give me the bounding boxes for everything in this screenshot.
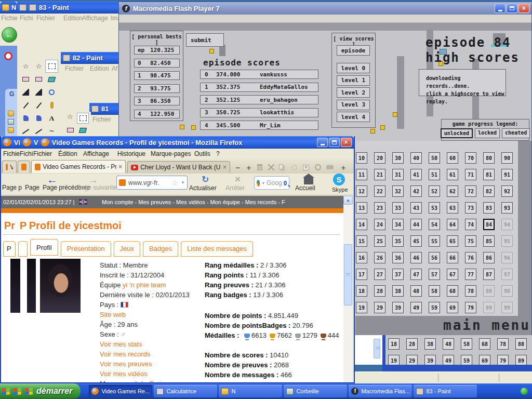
menu-item-dition[interactable]: Édition bbox=[58, 150, 77, 157]
personal-best-row[interactable]: 386.350 bbox=[134, 97, 180, 105]
episode-button-25[interactable]: 25 bbox=[374, 235, 385, 247]
view-level-0-button[interactable]: level 0 bbox=[337, 63, 370, 73]
episode-button-97[interactable]: 97 bbox=[501, 269, 513, 280]
legend-cheated-button[interactable]: cheated bbox=[502, 128, 530, 138]
start-button[interactable]: démarrer bbox=[0, 383, 81, 399]
view-level-4-button[interactable]: level 4 bbox=[337, 112, 370, 122]
sidebar-folder-icon[interactable] bbox=[8, 127, 14, 133]
plus-icon[interactable]: + bbox=[339, 164, 348, 171]
eraser-tool[interactable] bbox=[19, 73, 32, 86]
brush-tool[interactable] bbox=[45, 99, 58, 112]
airbrush-tool[interactable] bbox=[32, 112, 45, 125]
page-tab-jeux[interactable]: Jeux bbox=[114, 241, 140, 257]
freeform-select-tool[interactable] bbox=[19, 60, 32, 73]
episode-button-31[interactable]: 31 bbox=[392, 169, 404, 180]
search-box[interactable]: ▼ Goog bbox=[254, 176, 289, 190]
home-icon[interactable] bbox=[304, 178, 313, 184]
episode-button-76[interactable]: 76 bbox=[465, 252, 476, 263]
page-tab-badges[interactable]: Badges bbox=[143, 241, 178, 257]
scrollbar-thumb[interactable] bbox=[374, 339, 380, 358]
menu-item-Historique[interactable]: Historique bbox=[117, 150, 145, 157]
freeform-select-tool[interactable] bbox=[32, 60, 45, 73]
tab-fragment[interactable]: P bbox=[3, 241, 16, 257]
menu-item-Marquepages[interactable]: Marque-pages bbox=[151, 150, 191, 157]
episode-button-37[interactable]: 37 bbox=[392, 269, 404, 280]
personal-best-row[interactable]: 4122.950 bbox=[134, 110, 180, 118]
page-tab-liste-des-messages[interactable]: Liste des messages bbox=[181, 241, 253, 257]
taskbar-button-n[interactable]: N bbox=[219, 385, 282, 397]
menu-item-Fichie[interactable]: Fichie bbox=[3, 150, 20, 157]
tab-cher-lloyd[interactable]: Cher Lloyd - Want U Back (U... bbox=[127, 161, 230, 173]
episode-button-17[interactable]: 17 bbox=[356, 269, 367, 280]
maximize-button[interactable] bbox=[329, 138, 340, 147]
rect-select-tool[interactable] bbox=[45, 60, 58, 73]
menu-item-Fichier[interactable]: Fichier bbox=[33, 150, 52, 157]
eraser-icon[interactable] bbox=[67, 128, 74, 132]
episode-button-91[interactable]: 91 bbox=[501, 169, 513, 180]
episode-button-14[interactable]: 14 bbox=[356, 219, 367, 230]
pencil-tool[interactable] bbox=[19, 99, 32, 112]
paint81-titlebar[interactable]: 81 bbox=[89, 103, 118, 115]
episode-button-68[interactable]: 68 bbox=[447, 285, 458, 297]
personal-best-row[interactable]: ep120.325 bbox=[134, 46, 180, 55]
eyedropper-tool[interactable] bbox=[32, 86, 45, 99]
episode-button-81[interactable]: 81 bbox=[483, 169, 495, 180]
episode-button-38[interactable]: 38 bbox=[392, 285, 404, 297]
copy-icon[interactable] bbox=[278, 164, 287, 171]
episode-button-60[interactable]: 60 bbox=[447, 152, 458, 164]
episode-button-67[interactable]: 67 bbox=[447, 269, 458, 280]
episode-button-86[interactable]: 86 bbox=[483, 252, 495, 263]
profile-link[interactable]: Voir mes vidéos bbox=[100, 370, 148, 378]
fill-icon[interactable] bbox=[79, 128, 87, 133]
episode-button-85[interactable]: 85 bbox=[483, 235, 495, 247]
episode-button-13[interactable]: 13 bbox=[356, 202, 367, 214]
episode-button-92[interactable]: 92 bbox=[501, 185, 513, 197]
episode-button-66[interactable]: 66 bbox=[447, 252, 458, 263]
bg-episode-button-28[interactable]: 28 bbox=[406, 338, 418, 350]
magnifier-icon[interactable] bbox=[284, 181, 287, 185]
flash-titlebar[interactable]: f Macromedia Flash Player 7 × bbox=[119, 2, 531, 15]
profile-link[interactable]: Voir mes records bbox=[100, 350, 151, 358]
episode-button-29[interactable]: 29 bbox=[374, 302, 385, 313]
paint83-titlebar[interactable]: 83 - Paint bbox=[17, 2, 118, 14]
rect-select-tool[interactable] bbox=[77, 113, 89, 124]
menu-item-Edition[interactable]: Edition bbox=[90, 65, 109, 72]
view-level-1-button[interactable]: level 1 bbox=[337, 75, 370, 86]
episode-button-41[interactable]: 41 bbox=[410, 169, 422, 180]
episode-button-33[interactable]: 33 bbox=[392, 202, 404, 214]
taskbar-button-83-paint[interactable]: 83 - Paint bbox=[414, 385, 477, 397]
episode-button-51[interactable]: 51 bbox=[429, 169, 440, 180]
episode-button-11[interactable]: 11 bbox=[356, 169, 367, 180]
episode-button-39[interactable]: 39 bbox=[392, 302, 404, 313]
minus-icon[interactable]: − bbox=[234, 164, 242, 171]
episode-button-54[interactable]: 54 bbox=[429, 219, 440, 230]
url-dropdown-icon[interactable]: ▼ bbox=[181, 180, 185, 185]
menu-item-Fichi[interactable]: Fichi bbox=[20, 150, 33, 157]
episode-button-48[interactable]: 48 bbox=[410, 285, 422, 297]
episode-score-row[interactable]: 1352.375EddyMataGallos bbox=[200, 83, 318, 92]
episode-button-78[interactable]: 78 bbox=[465, 285, 476, 297]
paste-icon[interactable] bbox=[256, 164, 264, 171]
episode-button-98[interactable]: 98 bbox=[501, 285, 513, 297]
episode-button-83[interactable]: 83 bbox=[483, 202, 495, 214]
episode-button-12[interactable]: 12 bbox=[356, 185, 367, 197]
printer-icon[interactable] bbox=[326, 164, 334, 171]
episode-button-88[interactable]: 88 bbox=[483, 285, 495, 297]
episode-button-57[interactable]: 57 bbox=[429, 269, 440, 280]
sidebar-item-icon[interactable] bbox=[8, 119, 14, 125]
episode-button-82[interactable]: 82 bbox=[483, 185, 495, 197]
pencil-tool[interactable] bbox=[32, 99, 45, 112]
episode-button-95[interactable]: 95 bbox=[501, 235, 513, 247]
refresh-icon[interactable]: ↻ bbox=[202, 174, 209, 184]
episode-button-21[interactable]: 21 bbox=[374, 169, 385, 180]
episode-score-row[interactable]: 0374.000vankusss bbox=[200, 70, 318, 79]
episode-button-23[interactable]: 23 bbox=[374, 202, 385, 214]
episode-button-32[interactable]: 32 bbox=[392, 185, 404, 197]
refresh-label[interactable]: Actualiser bbox=[189, 184, 217, 192]
episode-button-18[interactable]: 18 bbox=[356, 285, 367, 297]
bg-episode-button-18[interactable]: 18 bbox=[388, 338, 400, 350]
scissors-icon[interactable] bbox=[267, 164, 275, 171]
episode-button-65[interactable]: 65 bbox=[447, 235, 458, 247]
submit-button[interactable]: submit bbox=[186, 33, 224, 47]
menu-item-Outils[interactable]: Outils bbox=[194, 150, 210, 157]
